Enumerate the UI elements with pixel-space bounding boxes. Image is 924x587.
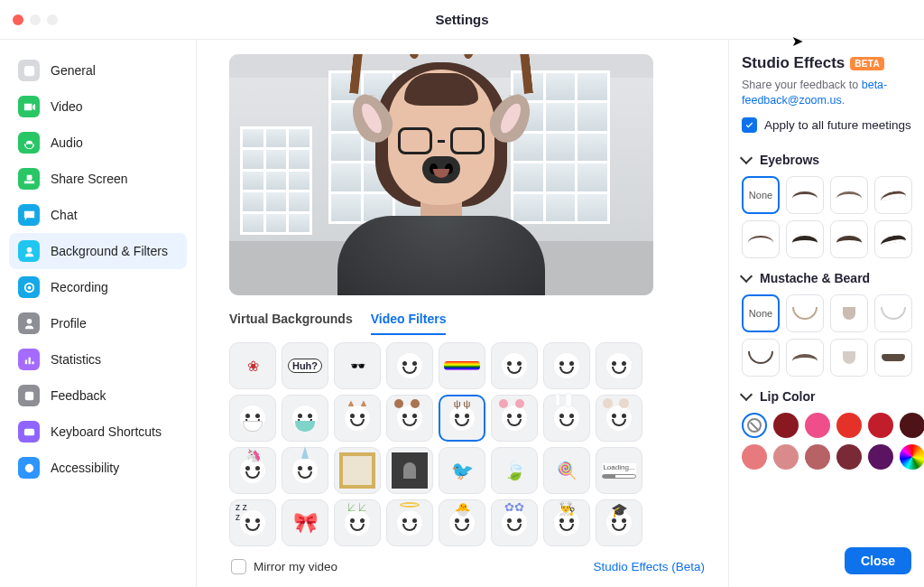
lip-color-option[interactable] <box>742 413 767 438</box>
video-preview <box>229 54 653 295</box>
filter-surprised[interactable] <box>543 342 590 389</box>
filter-curious[interactable] <box>596 342 642 389</box>
filter-frame-dark[interactable] <box>386 447 433 494</box>
close-button[interactable]: Close <box>845 547 911 574</box>
sidebar-item-keyboard-shortcuts[interactable]: Keyboard Shortcuts <box>9 414 187 450</box>
eyebrow-option[interactable] <box>874 176 912 214</box>
filter-wreath[interactable]: ❀ <box>229 342 276 389</box>
sidebar-item-audio[interactable]: Audio <box>9 125 187 161</box>
beard-option[interactable] <box>786 339 824 377</box>
filter-rainbow[interactable] <box>439 342 485 389</box>
lip-color-section-header[interactable]: Lip Color <box>742 389 911 404</box>
beard-option[interactable] <box>742 339 780 377</box>
checkbox-icon <box>231 559 246 574</box>
eyebrow-none[interactable]: None <box>742 176 780 214</box>
beard-options: None <box>742 294 911 377</box>
mirror-video-label: Mirror my video <box>254 560 337 573</box>
filter-deal-glasses[interactable]: 🕶️ <box>334 342 381 389</box>
lip-color-option[interactable] <box>836 444 862 470</box>
bottom-bar: Mirror my video Studio Effects (Beta) <box>229 546 707 576</box>
minimize-window-dot[interactable] <box>30 14 41 25</box>
sidebar-item-chat[interactable]: Chat <box>9 197 187 233</box>
lip-color-option[interactable] <box>805 413 830 438</box>
nav-label: Background & Filters <box>51 244 168 258</box>
eyebrow-option[interactable] <box>786 176 824 214</box>
filter-narwhal[interactable] <box>282 447 328 494</box>
filter-huh[interactable]: Huh? <box>282 342 328 389</box>
lip-color-option[interactable] <box>868 413 893 438</box>
eyebrow-option[interactable] <box>786 220 824 258</box>
eyebrow-option[interactable] <box>830 220 868 258</box>
svg-point-9 <box>26 394 28 396</box>
svg-rect-5 <box>24 359 26 364</box>
svg-rect-6 <box>28 357 30 364</box>
filter-blush[interactable] <box>386 342 433 389</box>
lip-color-option[interactable] <box>900 444 924 470</box>
main-panel: Virtual Backgrounds Video Filters ❀Huh?🕶… <box>197 40 729 587</box>
filter-bear[interactable] <box>386 395 433 442</box>
close-window-dot[interactable] <box>13 14 23 25</box>
sidebar-item-statistics[interactable]: Statistics <box>9 341 187 377</box>
filter-bird[interactable]: 🐦 <box>439 447 485 494</box>
filter-surgical-mask[interactable] <box>282 395 328 442</box>
filter-sleepy[interactable]: z zz <box>229 499 276 546</box>
filter-fox[interactable]: ▲ ▲ <box>334 395 381 442</box>
filter-mask[interactable] <box>229 395 276 442</box>
eyebrow-option[interactable] <box>830 176 868 214</box>
sidebar-item-profile[interactable]: Profile <box>9 305 187 341</box>
filter-grad-cap[interactable]: 🎓 <box>596 499 642 546</box>
filter-unicorn[interactable]: 🦄 <box>229 447 276 494</box>
lip-color-option[interactable] <box>836 413 862 438</box>
beard-section-header[interactable]: Mustache & Beard <box>742 271 911 285</box>
sidebar-item-general[interactable]: General <box>9 52 187 89</box>
sidebar-item-video[interactable]: Video <box>9 89 187 125</box>
filter-leaf[interactable]: 🍃 <box>491 447 538 494</box>
zoom-window-dot[interactable] <box>47 14 58 25</box>
eyebrow-option[interactable] <box>742 220 780 258</box>
filter-lollipops[interactable]: 🍭 <box>543 447 590 494</box>
lip-color-option[interactable] <box>742 444 767 470</box>
sidebar-item-feedback[interactable]: Feedback <box>9 377 187 414</box>
sidebar-item-accessibility[interactable]: Accessibility <box>9 450 187 486</box>
lip-color-option[interactable] <box>805 444 830 470</box>
filter-mouse[interactable] <box>596 395 642 442</box>
nav-icon <box>18 276 40 298</box>
filter-halo[interactable] <box>386 499 433 546</box>
tab-video-filters[interactable]: Video Filters <box>371 308 447 335</box>
mirror-video-checkbox[interactable]: Mirror my video <box>231 559 337 574</box>
apply-all-checkbox[interactable]: Apply to all future meetings <box>742 117 911 133</box>
filter-bow[interactable]: 🎀 <box>282 499 328 546</box>
eyebrows-section-header[interactable]: Eyebrows <box>742 153 911 167</box>
titlebar: Settings <box>0 0 924 40</box>
filter-frame-gold[interactable] <box>334 447 381 494</box>
studio-effects-link[interactable]: Studio Effects (Beta) <box>593 560 705 573</box>
beard-none[interactable]: None <box>742 294 780 332</box>
filter-pig[interactable] <box>491 395 538 442</box>
beard-option[interactable] <box>874 339 912 377</box>
filter-bunny[interactable] <box>543 395 590 442</box>
beard-option[interactable] <box>830 294 868 332</box>
beard-option[interactable] <box>786 294 824 332</box>
lip-color-option[interactable] <box>868 444 893 470</box>
beard-option[interactable] <box>830 339 868 377</box>
lip-color-option[interactable] <box>773 444 799 470</box>
filter-chick[interactable]: 🐣 <box>439 499 485 546</box>
nav-label: Chat <box>51 208 78 222</box>
sidebar-item-recording[interactable]: Recording <box>9 269 187 305</box>
sidebar-item-share-screen[interactable]: Share Screen <box>9 161 187 197</box>
lip-color-option[interactable] <box>900 413 924 438</box>
filter-flowers[interactable]: ✿✿ <box>491 499 538 546</box>
lip-color-option[interactable] <box>773 413 799 438</box>
filter-chef-hat[interactable]: 👨‍🍳 <box>543 499 590 546</box>
chevron-down-icon <box>740 270 753 283</box>
sidebar-item-background-filters[interactable]: Background & Filters <box>9 233 187 269</box>
tab-virtual-backgrounds[interactable]: Virtual Backgrounds <box>229 308 353 335</box>
filter-loading[interactable]: Loading... <box>596 447 642 494</box>
eyebrow-option[interactable] <box>874 220 912 258</box>
filter-antennae[interactable]: ⟀ ⟀ <box>334 499 381 546</box>
beard-option[interactable] <box>874 294 912 332</box>
sidebar: GeneralVideoAudioShare ScreenChatBackgro… <box>0 40 197 587</box>
person-with-filter <box>337 70 545 295</box>
filter-reindeer[interactable]: ψ ψ <box>439 395 485 442</box>
filter-squint[interactable] <box>491 342 538 389</box>
